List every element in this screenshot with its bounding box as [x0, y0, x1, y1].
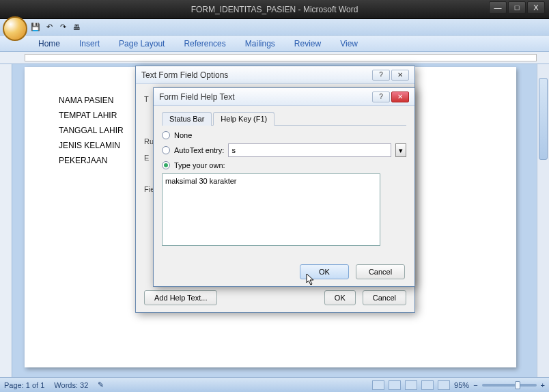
tab-insert[interactable]: Insert [79, 39, 100, 48]
zoom-in-icon[interactable]: + [541, 381, 545, 389]
tab-home[interactable]: Home [38, 39, 60, 48]
title-bar: FORM_IDENTITAS_PASIEN - Microsoft Word —… [0, 0, 549, 19]
view-print-layout-icon[interactable] [372, 380, 384, 390]
status-words[interactable]: Words: 32 [54, 381, 88, 389]
dialog1-help-icon[interactable]: ? [372, 70, 390, 81]
view-fullscreen-icon[interactable] [389, 380, 401, 390]
dialog1-title: Text Form Field Options [141, 70, 228, 80]
dlg2-ok-button[interactable]: OK [300, 264, 349, 279]
dlg1-label: T [144, 95, 149, 103]
tab-references[interactable]: References [184, 39, 225, 48]
dialog1-titlebar[interactable]: Text Form Field Options ? ✕ [136, 66, 414, 84]
dropdown-icon[interactable]: ▾ [395, 143, 406, 157]
dialog-form-field-help-text: Form Field Help Text ? ✕ Status Bar Help… [153, 87, 415, 287]
scroll-thumb[interactable] [539, 78, 548, 160]
undo-icon[interactable]: ↶ [44, 22, 55, 33]
help-text-textarea[interactable] [162, 173, 380, 246]
tab-page-layout[interactable]: Page Layout [119, 39, 165, 48]
status-page[interactable]: Page: 1 of 1 [4, 381, 44, 389]
ruler-vertical[interactable] [0, 64, 12, 377]
minimize-button[interactable]: — [489, 1, 507, 14]
radio-none[interactable] [162, 131, 170, 139]
ruler-horizontal[interactable] [0, 52, 549, 64]
window-controls: — □ X [489, 1, 545, 14]
zoom-thumb[interactable] [515, 381, 520, 389]
tab-mailings[interactable]: Mailings [245, 39, 275, 48]
redo-icon[interactable]: ↷ [57, 22, 68, 33]
radio-none-label: None [174, 131, 192, 139]
zoom-percent[interactable]: 95% [454, 381, 469, 389]
tab-help-key[interactable]: Help Key (F1) [213, 112, 274, 126]
dialog2-tabs: Status Bar Help Key (F1) [162, 111, 406, 126]
office-button[interactable] [3, 16, 27, 41]
dlg2-cancel-button[interactable]: Cancel [356, 264, 405, 279]
dlg1-cancel-button[interactable]: Cancel [363, 290, 406, 305]
radio-autotext[interactable] [162, 146, 170, 154]
print-icon[interactable]: 🖶 [71, 22, 82, 33]
autotext-entry-combo[interactable] [228, 143, 391, 157]
radio-type-own[interactable] [162, 161, 170, 169]
tab-status-bar[interactable]: Status Bar [162, 112, 212, 126]
tab-review[interactable]: Review [294, 39, 321, 48]
view-draft-icon[interactable] [438, 380, 450, 390]
dialog1-close-icon[interactable]: ✕ [391, 70, 409, 81]
vertical-scrollbar[interactable] [537, 64, 549, 377]
view-web-icon[interactable] [405, 380, 417, 390]
dialog2-close-icon[interactable]: ✕ [391, 92, 409, 102]
status-bar: Page: 1 of 1 Words: 32 ✎ 95% − + [0, 377, 549, 392]
view-outline-icon[interactable] [421, 380, 434, 390]
quick-access-toolbar: 💾 ↶ ↷ 🖶 [0, 19, 549, 36]
save-icon[interactable]: 💾 [30, 22, 41, 33]
close-button[interactable]: X [527, 1, 545, 14]
radio-type-own-label: Type your own: [174, 161, 225, 169]
zoom-slider[interactable] [482, 384, 537, 387]
tab-view[interactable]: View [340, 39, 358, 48]
zoom-out-icon[interactable]: − [473, 381, 477, 389]
ribbon-tabs: Home Insert Page Layout References Maili… [0, 36, 549, 52]
radio-autotext-label: AutoText entry: [174, 146, 224, 154]
window-title: FORM_IDENTITAS_PASIEN - Microsoft Word [191, 5, 358, 14]
maximize-button[interactable]: □ [508, 1, 526, 14]
dialog2-title: Form Field Help Text [159, 92, 234, 102]
add-help-text-button[interactable]: Add Help Text... [144, 290, 217, 305]
dialog2-help-icon[interactable]: ? [372, 92, 390, 102]
dlg1-ok-button[interactable]: OK [324, 290, 356, 305]
dialog2-titlebar[interactable]: Form Field Help Text ? ✕ [154, 88, 414, 106]
proofing-icon[interactable]: ✎ [98, 380, 104, 389]
